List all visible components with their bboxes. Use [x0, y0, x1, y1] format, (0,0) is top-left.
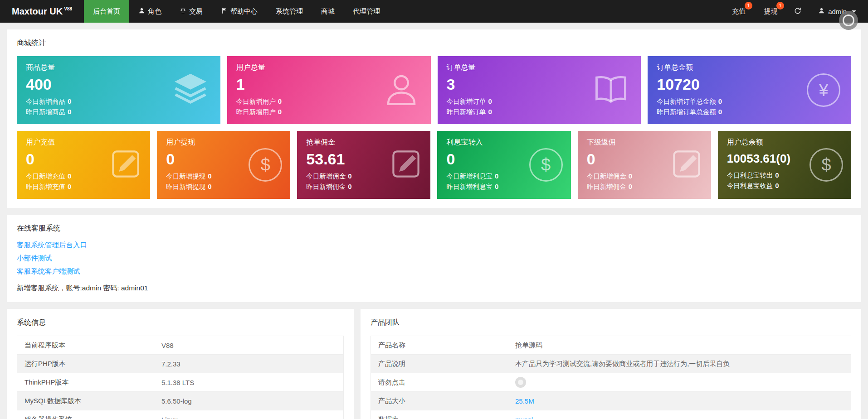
line-label: 昨日新增用户: [236, 108, 276, 116]
service-admin-entry-link[interactable]: 客服系统管理后台入口: [17, 241, 851, 250]
line-label: 昨日新增订单总金额: [657, 108, 716, 116]
database-link[interactable]: mysql: [508, 410, 851, 419]
line-value: 0: [495, 183, 498, 190]
line-label: 今日新增订单总金额: [657, 98, 716, 105]
line-value: 0: [68, 108, 71, 116]
row-value: 5.6.50-log: [154, 392, 344, 410]
yen-icon: ¥: [807, 73, 840, 107]
stat-card-user-withdraw: 用户提现 0 今日新增提现0 昨日新增提现0 $: [157, 131, 290, 199]
line-label: 昨日新增充值: [26, 183, 65, 190]
line-value: 0: [488, 97, 492, 105]
line-label: 今日新增订单: [447, 98, 486, 105]
widget-test-link[interactable]: 小部件测试: [17, 254, 851, 263]
nav-item-label: 帮助中心: [230, 7, 258, 16]
line-label: 今日新增佣金: [587, 173, 626, 180]
dollar-icon: $: [809, 148, 843, 182]
dollar-icon: $: [529, 148, 563, 182]
nav-item-roles[interactable]: 角色: [129, 0, 171, 23]
row-label: 产品名称: [371, 336, 508, 355]
line-label: 昨日新增订单: [447, 108, 486, 116]
recharge-label: 充值: [732, 7, 746, 16]
row-label: ThinkPHP版本: [17, 373, 155, 392]
recharge-button[interactable]: 充值 1: [723, 0, 755, 23]
person-icon: [138, 7, 145, 15]
nav-item-trade[interactable]: 交易: [171, 0, 212, 23]
line-value: 0: [718, 97, 722, 105]
nav-item-label: 系统管理: [276, 7, 303, 16]
user-icon: [383, 71, 420, 110]
brand-logo: Maxtour UKV88: [0, 0, 84, 23]
section-title-product-team: 产品团队: [371, 318, 851, 327]
line-value: 0: [629, 183, 632, 190]
line-value: 0: [208, 183, 211, 190]
row-label: 产品大小: [371, 392, 508, 410]
line-value: 0: [348, 172, 351, 180]
nav-item-mall[interactable]: 商城: [312, 0, 344, 23]
line-value: 0: [775, 171, 779, 179]
line-label: 今日新增商品: [26, 98, 65, 105]
nav-item-home[interactable]: 后台首页: [84, 0, 129, 23]
stat-card-users-total: 用户总量 1 今日新增用户0 昨日新增用户0: [227, 56, 431, 124]
withdraw-button[interactable]: 提现 1: [755, 0, 786, 23]
scales-icon: [180, 7, 186, 15]
row-label: 数据库: [371, 410, 508, 419]
stat-line-yesterday: 昨日新增佣金0: [587, 183, 702, 191]
stat-card-sub-commission: 下级返佣 0 今日新增佣金0 昨日新增佣金0: [578, 131, 711, 199]
line-label: 昨日新增佣金: [306, 183, 346, 190]
recharge-badge: 1: [745, 2, 752, 10]
client-test-link[interactable]: 客服系统客户端测试: [17, 267, 851, 276]
stat-card-order-commission: 抢单佣金 53.61 今日新增佣金0 昨日新增佣金0: [297, 131, 430, 199]
service-links: 客服系统管理后台入口 小部件测试 客服系统客户端测试: [17, 241, 851, 276]
system-info-table: 当前程序版本 V88 运行PHP版本 7.2.33 ThinkPHP版本 5.1…: [17, 336, 344, 419]
nav-item-label: 角色: [148, 7, 161, 16]
table-row: 产品名称 抢单源码: [371, 336, 851, 355]
book-icon: [592, 70, 630, 110]
product-size-link[interactable]: 25.5M: [508, 392, 851, 410]
dollar-icon: $: [249, 148, 282, 182]
stat-title: 下级返佣: [587, 138, 702, 147]
stat-title: 用户提现: [166, 138, 281, 147]
table-row: 产品大小 25.5M: [371, 392, 851, 410]
nav-item-agent[interactable]: 代理管理: [344, 0, 389, 23]
contact-icon[interactable]: [515, 377, 526, 388]
line-value: 0: [278, 108, 282, 116]
line-label: 今日利息宝收益: [727, 182, 773, 189]
product-team-table: 产品名称 抢单源码 产品说明 本产品只为学习测试交流,请勿要做商业或者用于违法行…: [371, 336, 851, 419]
top-navbar: Maxtour UKV88 后台首页 角色 交易 帮助中心 系统管理 商城 代理…: [0, 0, 868, 23]
withdraw-label: 提现: [764, 7, 777, 16]
stat-card-products-total: 商品总量 400 今日新增商品0 昨日新增商品0: [17, 56, 220, 124]
line-label: 今日新增用户: [236, 98, 276, 105]
stat-line-yesterday: 昨日新增充值0: [26, 183, 141, 191]
brand-name: Maxtour UK: [12, 6, 63, 17]
withdraw-badge: 1: [776, 2, 784, 10]
brand-version: V88: [64, 6, 72, 11]
line-value: 0: [68, 97, 71, 105]
line-label: 昨日新增佣金: [587, 183, 626, 190]
refresh-button[interactable]: [786, 0, 809, 23]
user-icon: [818, 7, 825, 15]
line-value: 0: [488, 108, 492, 116]
line-label: 今日新增佣金: [306, 173, 346, 180]
table-row: MySQL数据库版本 5.6.50-log: [17, 392, 344, 410]
stat-title: 抢单佣金: [306, 138, 421, 147]
row-label: 当前程序版本: [17, 336, 155, 355]
nav-item-help[interactable]: 帮助中心: [212, 0, 267, 23]
line-value: 0: [278, 97, 282, 105]
chat-widget-button[interactable]: [839, 11, 858, 30]
stat-card-user-recharge: 用户充值 0 今日新增充值0 昨日新增充值0: [17, 131, 150, 199]
nav-item-label: 后台首页: [93, 7, 120, 16]
pen-icon: [670, 148, 703, 182]
stat-title: 利息宝转入: [446, 138, 561, 147]
row-value: 抢单源码: [508, 336, 851, 355]
row-value: 5.1.38 LTS: [154, 373, 344, 392]
section-title-service: 在线客服系统: [17, 224, 851, 233]
nav-item-label: 交易: [189, 7, 203, 16]
big-stat-cards-row: 商品总量 400 今日新增商品0 昨日新增商品0 用户总量 1 今日新增用户0 …: [17, 56, 851, 124]
row-label: MySQL数据库版本: [17, 392, 155, 410]
pen-icon: [109, 148, 142, 182]
table-row: 数据库 mysql: [371, 410, 851, 419]
table-row: 运行PHP版本 7.2.33: [17, 355, 344, 373]
nav-item-system[interactable]: 系统管理: [267, 0, 312, 23]
stat-title: 用户充值: [26, 138, 141, 147]
row-label: 服务器操作系统: [17, 410, 155, 419]
